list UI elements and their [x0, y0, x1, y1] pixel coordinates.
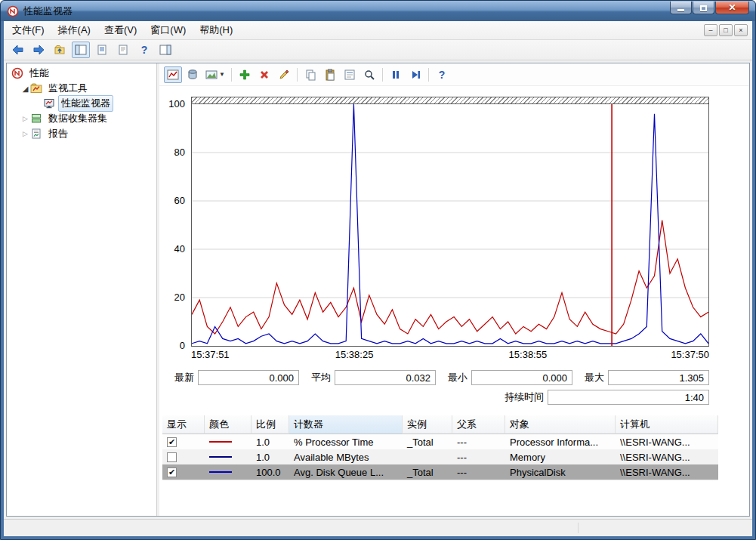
show-cell	[162, 449, 205, 464]
counter-row[interactable]: ✔1.0% Processor Time_Total---Processor I…	[162, 434, 718, 449]
mmc-close-button[interactable]: ×	[734, 24, 748, 36]
mmc-minimize-button[interactable]: –	[704, 24, 717, 36]
instance-cell	[403, 449, 452, 464]
title-bar[interactable]: 性能监视器 ✕	[1, 1, 755, 21]
paste-counter-list-icon	[324, 69, 336, 81]
delete-counter-button[interactable]	[255, 66, 273, 83]
help-icon: ?	[436, 69, 448, 81]
properties-icon	[344, 69, 356, 81]
counter-row[interactable]: 1.0Available MBytes---Memory\\ESRI-WANG.…	[162, 449, 718, 464]
window-toolbar: ?	[4, 40, 752, 60]
view-log-data-button[interactable]	[184, 66, 202, 83]
properties-button[interactable]	[114, 42, 132, 58]
scale-cell: 100.0	[251, 464, 289, 480]
counter-stats: 最新 0.000 平均 0.032 最小 0.000 最大 1.305 持续时间…	[161, 369, 709, 405]
chart-x-axis: 15:37:5115:38:2515:38:5515:37:50	[191, 347, 709, 360]
color-cell	[205, 449, 251, 464]
perfmon-icon	[11, 67, 23, 79]
show-checkbox[interactable]	[167, 452, 177, 462]
expand-arrow-icon[interactable]: ▷	[20, 130, 30, 137]
maximum-value: 1.305	[608, 370, 709, 385]
update-data-button[interactable]	[406, 66, 424, 83]
instance-cell: _Total	[403, 464, 452, 480]
column-header-counter[interactable]: 计数器	[289, 415, 403, 434]
export-list-button[interactable]	[93, 42, 111, 58]
instance-cell: _Total	[403, 434, 452, 449]
maximum-label: 最大	[585, 371, 604, 384]
scale-cell: 1.0	[251, 434, 289, 449]
show-console-tree-button[interactable]	[72, 42, 90, 58]
view-current-activity-icon	[167, 69, 179, 81]
add-counter-button[interactable]	[236, 66, 254, 83]
menu-item[interactable]: 文件(F)	[5, 21, 51, 39]
up-button[interactable]	[51, 42, 69, 58]
help-button[interactable]: ?	[433, 66, 451, 83]
x-tick-label: 15:37:50	[671, 349, 709, 360]
tree-item-reports[interactable]: ▷报告	[7, 126, 156, 141]
show-checkbox[interactable]: ✔	[167, 467, 177, 477]
paste-counter-list-button[interactable]	[321, 66, 339, 83]
chevron-down-icon: ▼	[219, 71, 225, 78]
view-current-activity-button[interactable]	[164, 66, 182, 83]
color-swatch	[209, 471, 232, 473]
menu-item[interactable]: 帮助(H)	[193, 21, 239, 39]
show-action-pane-button[interactable]	[156, 42, 174, 58]
properties-button[interactable]	[341, 66, 359, 83]
highlight-button[interactable]	[275, 66, 293, 83]
counter-row[interactable]: ✔100.0Avg. Disk Queue L..._Total---Physi…	[162, 464, 718, 480]
freeze-display-button[interactable]	[387, 66, 405, 83]
counter-legend-table: 显示颜色比例计数器实例父系对象计算机✔1.0% Processor Time_T…	[162, 415, 718, 480]
copy-properties-button[interactable]	[301, 66, 319, 83]
close-button[interactable]: ✕	[715, 2, 749, 14]
toolbar-separator	[231, 68, 232, 82]
back-button[interactable]	[8, 42, 26, 58]
status-bar	[4, 519, 752, 536]
maximize-icon	[700, 5, 707, 11]
menu-item[interactable]: 查看(V)	[97, 21, 143, 39]
window-controls: ✕	[670, 2, 749, 14]
chart-plot[interactable]	[191, 97, 709, 347]
x-tick-label: 15:38:25	[335, 349, 374, 360]
collapse-arrow-icon[interactable]: ◢	[20, 85, 30, 93]
computer-cell: \\ESRI-WANG...	[616, 434, 718, 449]
tree-item-label: 性能	[26, 65, 52, 82]
expand-arrow-icon[interactable]: ▷	[20, 115, 30, 122]
column-header-computer[interactable]: 计算机	[616, 415, 718, 434]
mmc-restore-button[interactable]: □	[719, 24, 733, 36]
column-header-instance[interactable]: 实例	[403, 415, 452, 434]
change-graph-type-button[interactable]: ▼	[203, 66, 227, 83]
column-header-scale[interactable]: 比例	[251, 415, 289, 434]
maximize-button[interactable]	[693, 2, 714, 14]
zoom-icon	[363, 69, 375, 81]
column-header-color[interactable]: 颜色	[205, 415, 251, 434]
tree-item-performance[interactable]: 性能	[7, 66, 156, 81]
monitor-icon	[43, 97, 55, 110]
show-checkbox[interactable]: ✔	[167, 437, 177, 447]
close-icon: ✕	[728, 2, 736, 14]
object-cell: PhysicalDisk	[505, 464, 616, 480]
help-button[interactable]: ?	[135, 42, 153, 58]
menu-item[interactable]: 操作(A)	[51, 21, 97, 39]
forward-button[interactable]	[29, 42, 48, 58]
column-header-object[interactable]: 对象	[505, 415, 616, 434]
column-header-show[interactable]: 显示	[162, 415, 205, 434]
zoom-button[interactable]	[360, 66, 378, 83]
change-graph-type-icon	[205, 69, 218, 81]
tree-item-data-collector-sets[interactable]: ▷数据收集器集	[7, 111, 156, 126]
report-icon	[30, 128, 42, 140]
column-header-parent[interactable]: 父系	[452, 415, 505, 434]
show-cell: ✔	[162, 434, 205, 449]
up-icon	[54, 44, 66, 56]
toolbar-separator	[428, 68, 429, 82]
x-tick-label: 15:37:51	[191, 349, 230, 360]
minimize-button[interactable]	[670, 2, 692, 14]
tree-item-label: 监视工具	[45, 80, 91, 97]
tree-item-monitoring-tools[interactable]: ◢监视工具	[7, 81, 156, 96]
tree-item-performance-monitor[interactable]: 性能监视器	[7, 96, 156, 111]
menu-item[interactable]: 窗口(W)	[143, 21, 193, 39]
latest-label: 最新	[174, 371, 194, 384]
minimum-label: 最小	[448, 371, 467, 384]
y-tick-label: 40	[174, 243, 185, 255]
help-icon: ?	[138, 44, 150, 56]
svg-text:?: ?	[141, 44, 148, 56]
